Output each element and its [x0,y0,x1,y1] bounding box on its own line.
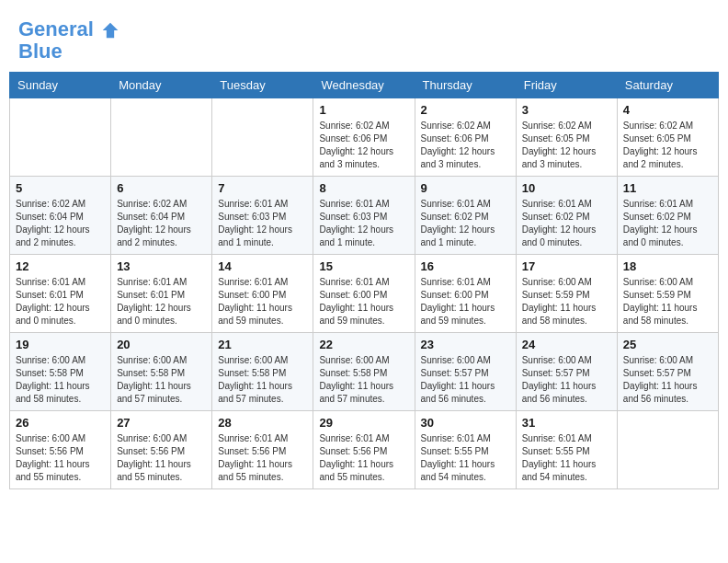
calendar-cell [10,98,111,177]
calendar-cell: 10Sunrise: 6:01 AM Sunset: 6:02 PM Dayli… [516,177,617,255]
day-number: 1 [319,103,408,117]
day-number: 12 [16,259,105,273]
weekday-header-tuesday: Tuesday [212,73,313,98]
calendar-week-1: 1Sunrise: 6:02 AM Sunset: 6:06 PM Daylig… [10,98,719,177]
calendar-cell: 22Sunrise: 6:00 AM Sunset: 5:58 PM Dayli… [313,333,415,411]
calendar-table: SundayMondayTuesdayWednesdayThursdayFrid… [9,72,719,489]
day-number: 20 [117,338,206,351]
calendar-cell: 26Sunrise: 6:00 AM Sunset: 5:56 PM Dayli… [10,411,111,489]
day-number: 8 [319,181,408,195]
day-info: Sunrise: 6:01 AM Sunset: 6:01 PM Dayligh… [16,276,105,327]
day-number: 22 [319,338,408,351]
day-number: 17 [522,259,611,273]
logo-blue: Blue [18,40,119,63]
day-info: Sunrise: 6:01 AM Sunset: 5:56 PM Dayligh… [319,432,408,484]
day-info: Sunrise: 6:00 AM Sunset: 5:56 PM Dayligh… [16,432,105,484]
day-info: Sunrise: 6:01 AM Sunset: 5:55 PM Dayligh… [522,432,611,484]
calendar-week-4: 19Sunrise: 6:00 AM Sunset: 5:58 PM Dayli… [10,333,719,411]
day-info: Sunrise: 6:00 AM Sunset: 5:56 PM Dayligh… [117,432,206,484]
calendar-cell: 16Sunrise: 6:01 AM Sunset: 6:00 PM Dayli… [415,255,516,333]
day-number: 25 [623,338,712,351]
logo-text: General [18,18,119,40]
day-number: 15 [319,259,408,273]
day-info: Sunrise: 6:01 AM Sunset: 6:00 PM Dayligh… [319,276,408,327]
day-info: Sunrise: 6:02 AM Sunset: 6:06 PM Dayligh… [421,120,510,171]
day-info: Sunrise: 6:01 AM Sunset: 6:03 PM Dayligh… [319,198,408,249]
calendar-week-3: 12Sunrise: 6:01 AM Sunset: 6:01 PM Dayli… [10,255,719,333]
day-info: Sunrise: 6:00 AM Sunset: 5:57 PM Dayligh… [421,354,510,406]
day-info: Sunrise: 6:02 AM Sunset: 6:05 PM Dayligh… [623,120,712,171]
day-number: 2 [421,103,510,117]
day-number: 29 [319,416,408,430]
calendar-cell: 24Sunrise: 6:00 AM Sunset: 5:57 PM Dayli… [516,333,617,411]
day-number: 31 [522,416,611,430]
calendar-cell: 25Sunrise: 6:00 AM Sunset: 5:57 PM Dayli… [617,333,718,411]
day-info: Sunrise: 6:01 AM Sunset: 6:02 PM Dayligh… [623,198,712,249]
day-number: 30 [421,416,510,430]
day-number: 11 [623,181,712,195]
day-info: Sunrise: 6:00 AM Sunset: 5:57 PM Dayligh… [623,354,712,406]
calendar-cell: 4Sunrise: 6:02 AM Sunset: 6:05 PM Daylig… [617,98,718,177]
calendar-cell: 29Sunrise: 6:01 AM Sunset: 5:56 PM Dayli… [313,411,415,489]
calendar-cell: 11Sunrise: 6:01 AM Sunset: 6:02 PM Dayli… [617,177,718,255]
calendar-cell: 1Sunrise: 6:02 AM Sunset: 6:06 PM Daylig… [313,98,415,177]
day-number: 16 [421,259,510,273]
weekday-header-friday: Friday [516,73,617,98]
day-number: 9 [421,181,510,195]
day-info: Sunrise: 6:00 AM Sunset: 5:58 PM Dayligh… [16,354,105,406]
logo: General Blue [18,18,119,63]
calendar-cell: 28Sunrise: 6:01 AM Sunset: 5:56 PM Dayli… [212,411,313,489]
day-info: Sunrise: 6:01 AM Sunset: 6:00 PM Dayligh… [218,276,307,327]
calendar-cell: 6Sunrise: 6:02 AM Sunset: 6:04 PM Daylig… [111,177,212,255]
calendar-week-5: 26Sunrise: 6:00 AM Sunset: 5:56 PM Dayli… [10,411,719,489]
day-number: 10 [522,181,611,195]
day-info: Sunrise: 6:01 AM Sunset: 6:02 PM Dayligh… [522,198,611,249]
calendar-cell: 8Sunrise: 6:01 AM Sunset: 6:03 PM Daylig… [313,177,415,255]
calendar-cell: 15Sunrise: 6:01 AM Sunset: 6:00 PM Dayli… [313,255,415,333]
calendar-cell: 19Sunrise: 6:00 AM Sunset: 5:58 PM Dayli… [10,333,111,411]
day-number: 3 [522,103,611,117]
day-number: 21 [218,338,307,351]
day-number: 4 [623,103,712,117]
day-info: Sunrise: 6:00 AM Sunset: 5:57 PM Dayligh… [522,354,611,406]
day-number: 6 [117,181,206,195]
day-number: 5 [16,181,105,195]
day-info: Sunrise: 6:02 AM Sunset: 6:05 PM Dayligh… [522,120,611,171]
day-info: Sunrise: 6:01 AM Sunset: 6:03 PM Dayligh… [218,198,307,249]
calendar-cell: 3Sunrise: 6:02 AM Sunset: 6:05 PM Daylig… [516,98,617,177]
day-number: 13 [117,259,206,273]
calendar-cell: 12Sunrise: 6:01 AM Sunset: 6:01 PM Dayli… [10,255,111,333]
calendar-cell: 2Sunrise: 6:02 AM Sunset: 6:06 PM Daylig… [415,98,516,177]
day-info: Sunrise: 6:00 AM Sunset: 5:58 PM Dayligh… [117,354,206,406]
calendar-cell: 9Sunrise: 6:01 AM Sunset: 6:02 PM Daylig… [415,177,516,255]
day-info: Sunrise: 6:00 AM Sunset: 5:59 PM Dayligh… [623,276,712,327]
day-info: Sunrise: 6:01 AM Sunset: 6:02 PM Dayligh… [421,198,510,249]
calendar-week-2: 5Sunrise: 6:02 AM Sunset: 6:04 PM Daylig… [10,177,719,255]
calendar-cell: 27Sunrise: 6:00 AM Sunset: 5:56 PM Dayli… [111,411,212,489]
svg-marker-0 [103,23,119,39]
day-number: 19 [16,338,105,351]
weekday-header-sunday: Sunday [10,73,111,98]
page-header: General Blue [9,9,719,67]
calendar-cell: 30Sunrise: 6:01 AM Sunset: 5:55 PM Dayli… [415,411,516,489]
day-number: 7 [218,181,307,195]
calendar-cell [212,98,313,177]
day-info: Sunrise: 6:00 AM Sunset: 5:59 PM Dayligh… [522,276,611,327]
day-number: 23 [421,338,510,351]
day-info: Sunrise: 6:02 AM Sunset: 6:06 PM Dayligh… [319,120,408,171]
calendar-cell: 20Sunrise: 6:00 AM Sunset: 5:58 PM Dayli… [111,333,212,411]
day-number: 28 [218,416,307,430]
day-info: Sunrise: 6:02 AM Sunset: 6:04 PM Dayligh… [117,198,206,249]
calendar-cell: 5Sunrise: 6:02 AM Sunset: 6:04 PM Daylig… [10,177,111,255]
day-number: 18 [623,259,712,273]
calendar-cell: 18Sunrise: 6:00 AM Sunset: 5:59 PM Dayli… [617,255,718,333]
calendar-cell: 7Sunrise: 6:01 AM Sunset: 6:03 PM Daylig… [212,177,313,255]
day-info: Sunrise: 6:00 AM Sunset: 5:58 PM Dayligh… [218,354,307,406]
day-info: Sunrise: 6:01 AM Sunset: 6:00 PM Dayligh… [421,276,510,327]
weekday-header-saturday: Saturday [617,73,718,98]
calendar-cell: 23Sunrise: 6:00 AM Sunset: 5:57 PM Dayli… [415,333,516,411]
calendar-cell [617,411,718,489]
day-number: 14 [218,259,307,273]
weekday-header-thursday: Thursday [415,73,516,98]
calendar-cell: 21Sunrise: 6:00 AM Sunset: 5:58 PM Dayli… [212,333,313,411]
